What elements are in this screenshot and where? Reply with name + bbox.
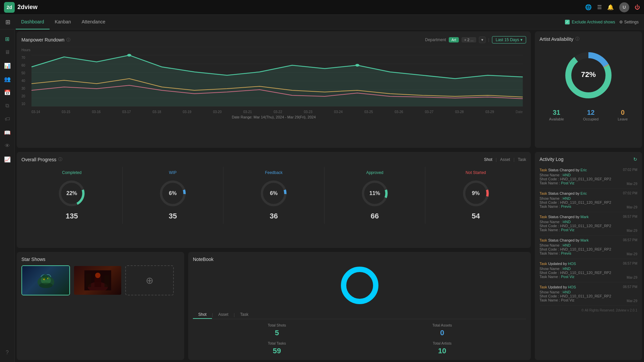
approved-count: 66 [371,212,379,220]
feedback-label: Feedback [265,170,283,175]
activity-time-3: 06:57 PM [623,215,637,218]
show-thumb-2[interactable] [73,265,122,295]
progress-items: Completed 22% 135 [21,167,526,224]
chevron-down-icon: ▾ [481,37,483,42]
activity-detail-4: Show Name : HND [540,243,637,247]
menu-icon[interactable]: ☰ [597,4,602,10]
ptab-task[interactable]: Task [518,157,526,162]
activity-item-2: 07:02 PM Task Status Changed by Eric Sho… [540,189,637,212]
ntab-task[interactable]: Task [235,311,254,319]
wip-label: WIP [169,170,177,175]
ptab-shot[interactable]: Shot [484,157,492,162]
ntab-shot[interactable]: Shot [193,311,212,319]
artist-info-icon[interactable]: ⓘ [575,36,579,42]
bell-icon[interactable]: 🔔 [607,4,614,10]
notebook-stats: Total Shots 5 Total Assets 0 Total Tasks… [193,323,526,355]
activity-time-2: 07:02 PM [623,191,637,195]
legend-occupied: 12 Occupied [583,109,598,121]
activity-task-4: Task Name : Previs [540,251,571,256]
activity-task-2: Task Name : Previs [540,204,571,209]
settings-label: Settings [624,20,639,24]
sidebar-item-book[interactable]: 📖 [2,127,13,138]
nav-dashboard[interactable]: Dashboard [16,15,50,29]
nav-kanban[interactable]: Kanban [50,15,76,29]
manpower-info-icon[interactable]: ⓘ [66,37,70,43]
chevron-down-icon-2: ▾ [520,37,522,42]
sidebar-item-users[interactable]: 👥 [2,74,13,84]
svg-point-31 [39,283,53,288]
svg-point-30 [43,274,48,280]
sidebar-item-help[interactable]: ? [2,347,13,358]
sidebar-item-eye[interactable]: 👁 [2,141,13,151]
manpower-controls: Department Art + 2 ... ▾ | Last 15 Days … [425,36,526,43]
bottom-left-row: Star Shows [15,250,533,362]
globe-icon[interactable]: 🌐 [585,4,592,10]
show-add-button[interactable]: ⊕ [125,265,174,295]
star-shows-title: Star Shows [21,257,180,262]
exclude-shows-label: Exclude Archived shows [572,20,615,24]
activity-item-6: 06:57 PM Task Updated by HOS Show Name :… [540,282,637,306]
activity-log-panel: Activity Log ↻ 07:02 PM Task Status Chan… [535,152,642,360]
sidebar-item-barchart[interactable]: 📈 [2,154,13,165]
date-range-button[interactable]: Last 15 Days ▾ [492,36,526,43]
show-image-1 [22,266,69,295]
activity-header: Activity Log ↻ [540,157,637,162]
sidebar-item-layers[interactable]: ⧉ [2,100,13,111]
total-artists-value: 10 [362,347,523,355]
leave-label: Leave [618,117,628,121]
settings-link[interactable]: ⚙ Settings [619,20,639,24]
donut-container: 72% [540,49,637,102]
dept-tag[interactable]: Art [449,37,459,42]
dept-dropdown[interactable]: ▾ [479,36,486,43]
feedback-percent: 6% [270,190,278,196]
activity-row1-3: 06:57 PM Task Status Changed by Mark [540,215,637,219]
dept-label: Department [425,37,446,42]
progress-item-approved: Approved 11% 66 [325,167,426,224]
exclude-checkbox[interactable]: ✓ [565,20,570,24]
total-tasks-value: 59 [196,347,358,355]
main-layout: ⊞ 🖥 📊 👥 📅 ⧉ 🏷 📖 👁 📈 ? Manpower Rundown ⓘ [0,29,644,362]
activity-shot-5: Shot Code : HND_110_011_120_REF_RP2 [540,271,637,275]
refresh-icon[interactable]: ↻ [633,157,637,162]
sidebar-item-chart[interactable]: 📊 [2,60,13,71]
activity-time-6: 06:57 PM [623,285,637,289]
activity-shot-6: Shot Code : HND_110_011_120_REF_RP2 [540,294,637,298]
sidebar: ⊞ 🖥 📊 👥 📅 ⧉ 🏷 📖 👁 📈 ? [0,29,15,362]
activity-task-3: Task Name : Post Viz [540,228,574,233]
ntab-asset[interactable]: Asset [213,311,234,319]
artist-availability-title: Artist Availability ⓘ [540,36,637,42]
approved-percent: 11% [369,190,380,196]
chart-inner [31,47,523,107]
sidebar-item-tag[interactable]: 🏷 [2,114,13,124]
sidebar-item-grid[interactable]: ⊞ [2,33,13,44]
avatar[interactable]: U [619,2,629,12]
sidebar-toggle[interactable]: ⊞ [5,18,10,26]
approved-label: Approved [366,170,383,175]
app-logo: 2d 2dview [4,2,71,13]
svg-point-39 [344,269,376,301]
progress-info-icon[interactable]: ⓘ [58,157,62,162]
notebook-tabs: Shot | Asset | Task [193,311,526,319]
sidebar-item-monitor[interactable]: 🖥 [2,47,13,58]
exclude-shows[interactable]: ✓ Exclude Archived shows [565,20,615,24]
nav-attendance[interactable]: Attendance [76,15,111,29]
show-image-2 [74,266,121,295]
sidebar-item-calendar[interactable]: 📅 [2,87,13,98]
total-assets-label: Total Assets [362,323,523,327]
activity-row1-6: 06:57 PM Task Updated by HOS [540,285,637,289]
notstarted-count: 54 [472,212,480,220]
show-thumb-1[interactable] [21,265,70,295]
total-tasks-label: Total Tasks [196,341,358,345]
y-label-hours: Hours [21,48,31,52]
ptab-asset[interactable]: Asset [500,157,510,162]
activity-item-3: 06:57 PM Task Status Changed by Mark Sho… [540,212,637,236]
activity-item-1: 07:02 PM Task Status Changed by Eric Sho… [540,165,637,189]
activity-shot-3: Shot Code : HND_110_011_120_REF_RP2 [540,224,637,228]
activity-detail-3: Show Name : HND [540,220,637,224]
total-artists-stat: Total Artists 10 [362,341,523,355]
total-assets-value: 0 [362,329,523,337]
power-icon[interactable]: ⏻ [635,4,640,10]
notstarted-percent: 9% [472,190,480,196]
star-shows-panel: Star Shows [17,252,184,360]
dept-extra[interactable]: + 2 ... [461,37,476,42]
